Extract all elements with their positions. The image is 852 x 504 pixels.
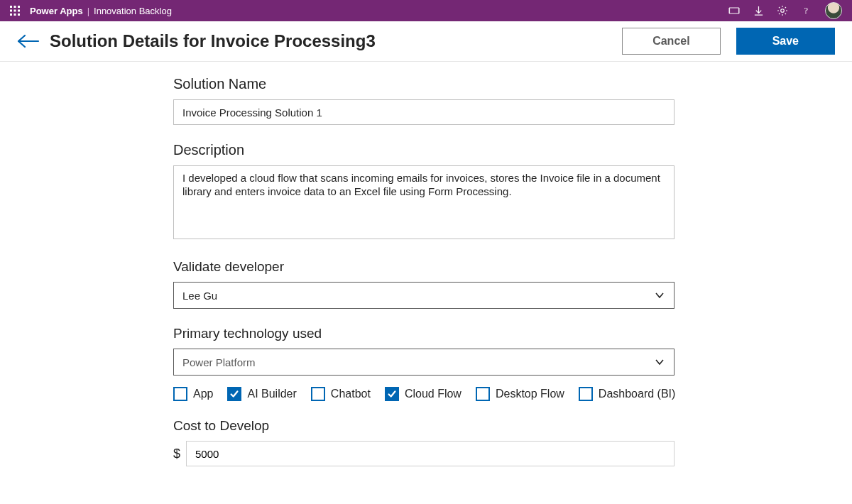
checkbox-icon [311,387,325,401]
primary-tech-value: Power Platform [182,356,256,368]
form-area: Solution Name Description Validate devel… [0,62,852,466]
checkbox-icon [579,387,593,401]
tech-checkbox-item[interactable]: Desktop Flow [476,387,564,401]
chevron-down-icon [654,356,665,368]
download-icon[interactable] [753,5,764,16]
app-launcher-icon[interactable] [10,6,20,16]
solution-name-label: Solution Name [173,76,852,92]
checkbox-label: Chatbot [331,388,371,400]
svg-rect-0 [10,6,12,8]
description-label: Description [173,142,852,158]
developer-value: Lee Gu [182,290,217,302]
tech-checkbox-item[interactable]: Cloud Flow [385,387,462,401]
checkbox-icon [227,387,241,401]
primary-tech-select[interactable]: Power Platform [173,349,674,376]
page-title: Solution Details for Invoice Processing3 [50,31,376,51]
tech-checkbox-item[interactable]: Dashboard (BI) [579,387,676,401]
svg-rect-2 [18,6,20,8]
svg-text:?: ? [804,6,808,16]
svg-rect-4 [14,10,16,12]
fit-screen-icon[interactable] [728,5,740,16]
svg-rect-8 [18,13,20,16]
svg-rect-1 [14,6,16,8]
primary-tech-label: Primary technology used [173,326,852,341]
chevron-down-icon [654,290,665,301]
svg-rect-9 [730,8,739,13]
developer-label: Validate developer [173,259,852,275]
brand-label: Power Apps [30,6,83,16]
help-icon[interactable]: ? [801,5,812,16]
save-button[interactable]: Save [736,28,835,55]
cost-label: Cost to Develop [173,418,852,434]
tech-checkbox-item[interactable]: Chatbot [311,387,371,401]
checkbox-label: App [193,388,213,400]
solution-name-group: Solution Name [173,76,852,125]
svg-rect-6 [10,13,12,16]
pipe-separator: | [87,6,89,16]
developer-group: Validate developer Lee Gu [173,259,852,309]
checkbox-icon [173,387,187,401]
tech-checkbox-item[interactable]: App [173,387,213,401]
page-header: Solution Details for Invoice Processing3… [0,21,852,62]
back-button[interactable] [17,30,40,53]
checkbox-label: AI Builder [247,388,296,400]
checkbox-icon [476,387,490,401]
top-icon-group: ? [728,2,842,19]
svg-point-14 [781,9,785,13]
app-name-label: Innovation Backlog [94,6,172,16]
gear-icon[interactable] [777,5,788,16]
checkbox-label: Dashboard (BI) [599,388,676,400]
description-group: Description [173,142,852,242]
svg-rect-3 [10,10,12,12]
primary-tech-group: Primary technology used Power Platform A… [173,326,852,401]
checkbox-label: Desktop Flow [496,388,564,400]
checkbox-icon [385,387,399,401]
avatar[interactable] [825,2,842,19]
cost-input[interactable] [186,441,674,466]
currency-symbol: $ [173,447,180,461]
tech-checkbox-row: AppAI BuilderChatbotCloud FlowDesktop Fl… [173,387,852,401]
checkbox-label: Cloud Flow [405,388,462,400]
developer-select[interactable]: Lee Gu [173,282,674,309]
solution-name-input[interactable] [173,99,674,125]
svg-rect-5 [18,10,20,12]
tech-checkbox-item[interactable]: AI Builder [227,387,296,401]
cost-group: Cost to Develop $ [173,418,852,466]
description-input[interactable] [173,165,674,239]
cancel-button[interactable]: Cancel [622,28,720,55]
app-top-bar: Power Apps | Innovation Backlog ? [0,0,852,21]
svg-rect-7 [14,13,16,16]
